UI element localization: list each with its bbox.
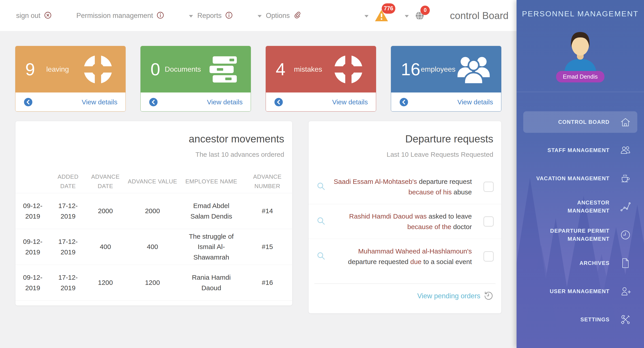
paperclip-icon: [293, 11, 301, 20]
magnifier-icon[interactable]: [316, 182, 326, 192]
user-plus-icon: [620, 285, 632, 297]
stat-card-footer: View details: [16, 92, 126, 111]
stat-card-label-wrap: Documents: [160, 65, 206, 73]
request-checkbox[interactable]: [484, 251, 494, 262]
sidebar-item-archives[interactable]: ARCHIVES: [523, 252, 637, 274]
topbar: sign outPermission managementReportsOpti…: [0, 0, 516, 31]
sidebar-item-settings[interactable]: SETTINGS: [523, 309, 637, 330]
magnifier-icon[interactable]: [316, 251, 326, 262]
table-cell: #16: [242, 277, 292, 288]
table-header-employee-name: EMPLOYEE NAME: [180, 177, 242, 186]
nav-item-label: Options: [266, 12, 290, 20]
sidebar-item-label: VACATION MANAGEMENT: [536, 175, 610, 183]
table-cell: #14: [242, 206, 292, 216]
chevron-down-icon: [405, 15, 409, 18]
table-cell: 09-12-2019: [16, 272, 50, 293]
sidebar-item-control-board[interactable]: CONTROL BOARD: [523, 111, 637, 133]
sidebar-item-label: STAFF MANAGEMENT: [548, 146, 610, 154]
stat-card-label: Documents: [165, 65, 201, 73]
stat-card-body: 16employees: [391, 46, 501, 92]
stat-card-value: 16: [401, 59, 420, 80]
table-cell: 17-12-2019: [50, 272, 86, 293]
stat-card-footer: View details: [141, 92, 251, 111]
nav-item-reports[interactable]: Reports: [189, 11, 233, 20]
request-checkbox[interactable]: [484, 216, 494, 227]
nav-item-permission-management[interactable]: Permission management: [76, 11, 164, 20]
stat-card-documents: 0DocumentsView details: [140, 46, 251, 111]
warning-icon: 776: [374, 9, 389, 22]
view-details-link[interactable]: View details: [332, 98, 368, 106]
table-header-row: ADDED DATEADVANCE DATEADVANCE VALUEEMPLO…: [16, 170, 292, 193]
departure-request-text: Rashid Hamdi Daoud was asked to leave be…: [326, 211, 484, 232]
sidebar-item-ancestor-management[interactable]: ANCESTOR MANAGEMENT: [523, 196, 637, 218]
view-pending-orders-link[interactable]: View pending orders: [417, 292, 480, 300]
arrow-circle-left-icon[interactable]: [274, 97, 283, 107]
panel-title: ancestor movements: [16, 121, 292, 145]
stat-card-mistakes: 4mistakesView details: [266, 46, 376, 111]
nav-item-options[interactable]: Options: [258, 11, 301, 20]
magnifier-icon[interactable]: [316, 216, 326, 227]
notification-globe[interactable]: 0: [405, 11, 425, 21]
text-segment: Rashid Hamdi Daoud was: [349, 213, 427, 220]
chevron-down-icon: [258, 15, 262, 18]
stat-card-body: 9leaving: [16, 46, 126, 92]
tools-icon: [620, 313, 632, 326]
table-header-advance-value: ADVANCE VALUE: [125, 177, 180, 186]
view-details-link[interactable]: View details: [82, 98, 118, 106]
request-checkbox[interactable]: [484, 182, 494, 192]
table-body: 09-12-201917-12-201920002000Emad Abdel S…: [16, 193, 292, 301]
panel-subtitle: Last 10 Leave Requests Requested: [308, 145, 501, 158]
panel-subtitle: The last 10 advances ordered: [16, 145, 292, 158]
notification-count-badge: 776: [382, 3, 396, 14]
stat-card-employees: 16employeesView details: [391, 46, 501, 111]
documents-icon: [206, 53, 241, 86]
arrow-circle-left-icon[interactable]: [149, 97, 158, 107]
coffee-cup-icon: [620, 172, 632, 185]
sidebar-item-label: USER MANAGEMENT: [550, 287, 610, 295]
home-icon: [620, 116, 632, 128]
stat-card-leaving: 9leavingView details: [15, 46, 126, 111]
arrow-circle-left-icon[interactable]: [399, 97, 408, 107]
sidebar-item-staff-management[interactable]: STAFF MANAGEMENT: [523, 139, 637, 161]
stat-card-label-wrap: leaving: [35, 65, 80, 73]
nav-item-label: Reports: [197, 12, 222, 20]
stat-card-label: leaving: [46, 65, 69, 73]
notification-warning[interactable]: 776: [364, 9, 389, 22]
pending-orders-row: View pending orders: [308, 284, 501, 301]
departure-request-item: Saadi Essam Al-Mohtaseb's departure requ…: [308, 169, 501, 204]
chevron-down-icon: [364, 15, 368, 18]
sign-out-icon: [44, 11, 52, 20]
table-header-advance-number: ADVANCE NUMBER: [242, 172, 292, 191]
staff-icon: [620, 144, 632, 156]
stat-card-footer: View details: [391, 92, 501, 111]
arrow-circle-left-icon[interactable]: [24, 97, 33, 107]
table-cell: 17-12-2019: [50, 237, 86, 257]
departure-request-text: Muhammad Waheed al-Hashlamoun's departur…: [326, 246, 484, 267]
employees-icon: [456, 53, 491, 86]
notification-count-badge: 0: [420, 6, 430, 15]
view-details-link[interactable]: View details: [207, 98, 242, 106]
nav-item-sign-out[interactable]: sign out: [16, 11, 52, 20]
sidebar-item-vacation-management[interactable]: VACATION MANAGEMENT: [523, 168, 637, 189]
history-icon: [484, 291, 493, 301]
sidebar-item-user-management[interactable]: USER MANAGEMENT: [523, 281, 637, 302]
table-cell: 1200: [86, 277, 125, 288]
table-row: 09-12-201917-12-2019400400The struggle o…: [16, 229, 292, 265]
table-cell: Emad Abdel Salam Dendis: [180, 201, 242, 222]
table-cell: 2000: [125, 206, 180, 216]
stat-card-value: 9: [25, 59, 35, 80]
text-segment: doctor: [451, 223, 472, 230]
clock-icon: [620, 229, 632, 241]
nav-item-label: Permission management: [76, 12, 153, 20]
lifebuoy-icon: [331, 53, 366, 86]
nav-item-label: sign out: [16, 12, 40, 20]
table-cell: 2000: [86, 206, 125, 216]
lifebuoy-icon: [80, 53, 116, 86]
view-details-link[interactable]: View details: [457, 98, 493, 106]
text-segment: Saadi Essam Al-Mohtaseb's: [334, 178, 417, 185]
main-nav: sign outPermission managementReportsOpti…: [16, 11, 326, 20]
sidebar-item-departure-permit-management[interactable]: DEPARTURE PERMIT MANAGEMENT: [523, 224, 637, 246]
table-header-advance-date: ADVANCE DATE: [86, 172, 125, 191]
stat-card-footer: View details: [266, 92, 376, 111]
info-icon: [225, 11, 233, 20]
